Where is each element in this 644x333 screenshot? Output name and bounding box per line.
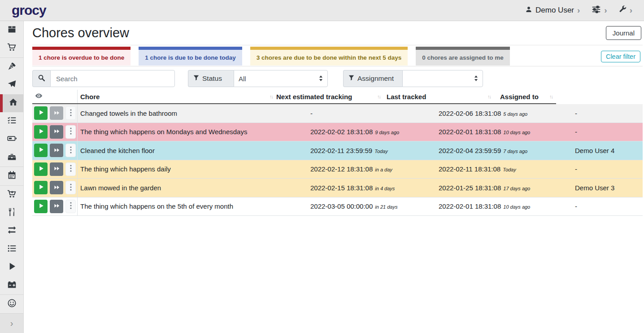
- chores-table-body: Changed towels in the bathroom - 2022-02…: [32, 104, 643, 216]
- column-header-assigned-to[interactable]: Assigned to↑↓: [494, 90, 556, 103]
- chore-name: The thing which happens daily: [78, 165, 310, 173]
- column-visibility-toggle[interactable]: [32, 90, 78, 103]
- chore-tracking-play-icon: [7, 262, 17, 273]
- transfer-icon: [7, 225, 17, 237]
- next-tracking-time: 2022-02-11 23:59:59: [310, 147, 372, 154]
- clear-filter-button[interactable]: Clear filter: [601, 51, 640, 62]
- page-title: Chores overview: [32, 26, 129, 40]
- next-tracking-relative: in 21 days: [375, 204, 397, 210]
- play-icon: [38, 203, 44, 210]
- last-tracked-time: 2022-02-01 18:31:08: [439, 128, 501, 136]
- skip-next-chore-button[interactable]: [50, 200, 63, 213]
- collapse-chevron-icon: ›: [10, 318, 13, 329]
- top-navbar: grocy Demo User › › ›: [0, 0, 644, 21]
- sidebar-item-battery-tracking[interactable]: [0, 276, 23, 294]
- sidebar-item-consume[interactable]: [0, 204, 23, 222]
- skip-next-chore-button[interactable]: [50, 144, 63, 157]
- filter-card[interactable]: 1 chore is overdue to be done: [32, 47, 131, 66]
- select-arrows-icon: [474, 75, 478, 83]
- last-tracked-time: 2022-02-01 18:31:08: [439, 202, 501, 210]
- row-menu-button[interactable]: [65, 181, 76, 194]
- sidebar-item-tasks[interactable]: [0, 112, 23, 130]
- column-header-last-tracked[interactable]: Last tracked↑↓: [384, 90, 494, 103]
- assignment-select[interactable]: [402, 70, 483, 87]
- user-menu-label: Demo User: [535, 6, 574, 15]
- skip-next-chore-button[interactable]: [50, 181, 63, 194]
- journal-button[interactable]: Journal: [606, 26, 641, 40]
- assigned-to-value: Demo User 4: [575, 147, 643, 154]
- track-chore-execution-button[interactable]: [34, 162, 48, 176]
- sidebar-item-equipment[interactable]: [0, 149, 23, 166]
- filter-card[interactable]: 0 chores are assigned to me: [416, 47, 510, 66]
- inventory-list-icon: [7, 244, 17, 255]
- row-menu-button[interactable]: [65, 106, 76, 120]
- next-tracking-relative: in 4 days: [375, 186, 395, 191]
- search-input[interactable]: [50, 70, 175, 87]
- vertical-ellipsis-icon: [70, 184, 72, 192]
- sidebar-item-calendar[interactable]: [0, 167, 23, 185]
- next-tracking-time: -: [310, 110, 313, 117]
- sidebar-item-batteries[interactable]: [0, 131, 23, 149]
- filter-card[interactable]: 1 chore is due to be done today: [139, 47, 242, 66]
- play-icon: [38, 128, 44, 136]
- last-tracked-relative: 10 days ago: [503, 130, 530, 135]
- filter-card[interactable]: 3 chores are due to be done within the n…: [250, 47, 408, 66]
- consume-utensils-icon: [7, 207, 17, 219]
- sidebar-item-scan-mode[interactable]: [0, 295, 23, 313]
- vertical-ellipsis-icon: [70, 165, 72, 173]
- track-chore-execution-button[interactable]: [34, 144, 48, 157]
- status-select[interactable]: All: [234, 70, 328, 87]
- row-menu-button[interactable]: [65, 162, 76, 176]
- last-tracked-relative: 5 days ago: [503, 111, 527, 117]
- status-select-value: All: [239, 75, 246, 83]
- sidebar-collapse-button[interactable]: ›: [0, 313, 23, 333]
- chores-table-header: Chore↑↓ Next estimated tracking↑↓ Last t…: [32, 90, 556, 104]
- sidebar-item-transfer[interactable]: [0, 222, 23, 240]
- sidebar-item-shopping-list[interactable]: [0, 39, 23, 57]
- scan-mode-smiley-icon: [7, 298, 17, 310]
- wrench-icon: [619, 5, 627, 15]
- sidebar-item-chore-tracking[interactable]: [0, 258, 23, 276]
- row-menu-button[interactable]: [65, 200, 76, 213]
- search-icon: [38, 74, 45, 83]
- sidebar-item-purchase[interactable]: [0, 186, 23, 204]
- calendar-icon: [7, 171, 17, 182]
- track-chore-execution-button[interactable]: [34, 125, 48, 139]
- chevron-right-icon: ›: [577, 6, 580, 14]
- sort-icon: ↑↓: [487, 94, 491, 99]
- row-menu-button[interactable]: [65, 144, 76, 157]
- column-header-chore[interactable]: Chore↑↓: [78, 90, 276, 103]
- row-menu-button[interactable]: [65, 125, 76, 139]
- sidebar-item-meal-plan[interactable]: [0, 76, 23, 94]
- column-header-next-tracking[interactable]: Next estimated tracking↑↓: [276, 90, 384, 103]
- table-filters-row: Status All Assignment: [32, 66, 643, 90]
- equipment-toolbox-icon: [7, 152, 17, 163]
- chore-name: The thing which happens on Mondays and W…: [78, 128, 310, 136]
- sidebar-item-stock[interactable]: [0, 21, 23, 39]
- track-chore-execution-button[interactable]: [34, 106, 48, 120]
- track-chore-execution-button[interactable]: [34, 181, 48, 194]
- app-logo[interactable]: grocy: [12, 3, 46, 18]
- assigned-to-value: -: [575, 202, 643, 210]
- track-chore-execution-button[interactable]: [34, 200, 48, 213]
- skip-next-chore-button[interactable]: [50, 106, 63, 120]
- play-icon: [38, 184, 44, 191]
- table-row: The thing which happens on Mondays and W…: [32, 123, 643, 142]
- table-row: The thing which happens on the 5th of ev…: [32, 197, 643, 216]
- settings-menu[interactable]: ›: [592, 5, 607, 16]
- table-row: Changed towels in the bathroom - 2022-02…: [32, 104, 643, 123]
- sidebar-item-recipes[interactable]: [0, 58, 23, 76]
- skip-next-chore-button[interactable]: [50, 162, 63, 176]
- user-menu[interactable]: Demo User ›: [525, 6, 580, 15]
- filter-cards-row: 1 chore is overdue to be done1 chore is …: [32, 45, 643, 66]
- status-filter-label: Status: [188, 70, 234, 87]
- chevron-right-icon: ›: [604, 6, 607, 14]
- admin-menu[interactable]: ›: [619, 5, 632, 15]
- purchase-cart-plus-icon: [7, 189, 17, 201]
- play-icon: [38, 147, 44, 154]
- sidebar-item-inventory[interactable]: [0, 240, 23, 258]
- skip-next-chore-button[interactable]: [50, 125, 63, 139]
- sidebar-item-chores[interactable]: [0, 94, 23, 112]
- user-icon: [525, 6, 532, 15]
- assigned-to-value: Demo User 3: [575, 184, 643, 192]
